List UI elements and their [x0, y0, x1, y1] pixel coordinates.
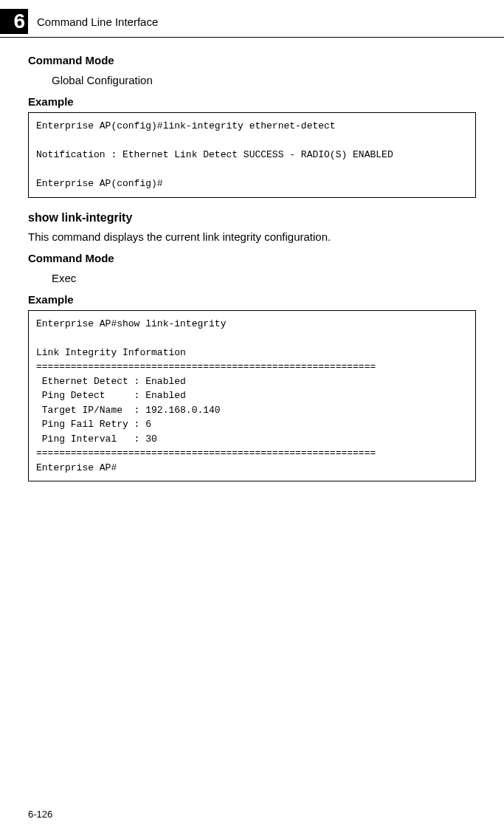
example-heading-1: Example [28, 95, 476, 108]
page-header: 6 Command Line Interface [0, 0, 504, 34]
command-title: show link-integrity [28, 211, 476, 224]
chapter-number-box: 6 [0, 9, 28, 34]
command-mode-value-2: Exec [52, 272, 476, 284]
command-mode-heading-2: Command Mode [28, 252, 476, 264]
example-heading-2: Example [28, 293, 476, 306]
page-number: 6-126 [28, 809, 52, 820]
chapter-number: 6 [13, 10, 25, 33]
command-mode-heading-1: Command Mode [28, 54, 476, 66]
chapter-title: Command Line Interface [37, 16, 158, 28]
command-mode-value-1: Global Configuration [52, 74, 476, 86]
code-block-2: Enterprise AP#show link-integrity Link I… [28, 310, 476, 482]
command-description: This command displays the current link i… [28, 230, 476, 243]
page-content: Command Mode Global Configuration Exampl… [0, 38, 504, 481]
code-block-1: Enterprise AP(config)#link-integrity eth… [28, 112, 476, 198]
